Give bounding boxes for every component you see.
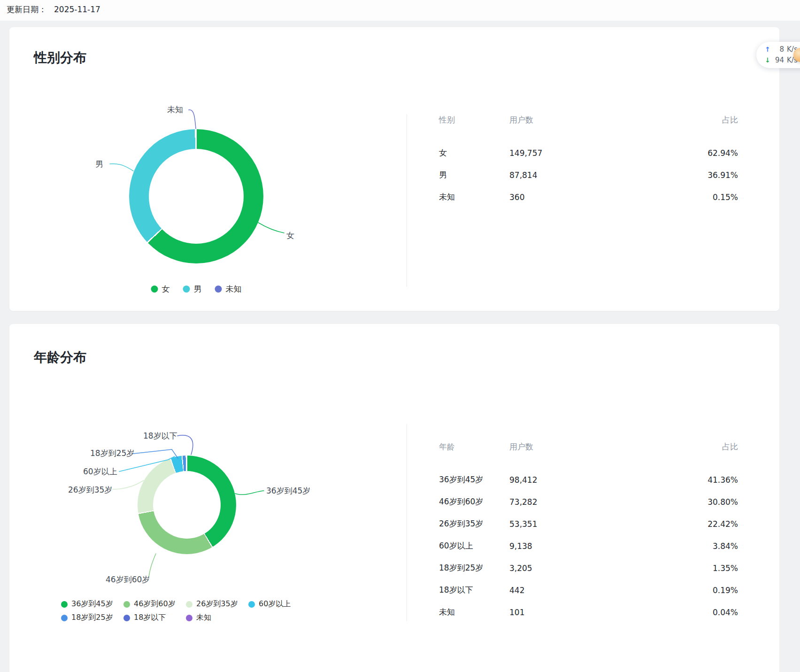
legend-dot-unknown: [215, 286, 222, 293]
row-label: 18岁到25岁: [439, 563, 509, 573]
legend-label-unknown: 未知: [226, 284, 242, 294]
age-callout-under18: 18岁以下: [143, 431, 177, 441]
age-header-share: 占比: [617, 441, 738, 452]
row-users: 149,757: [509, 148, 617, 158]
age-distribution-card: 年龄分布 18岁以下 18岁到25岁 60岁以上 26岁到35岁 36岁到45岁…: [9, 324, 779, 672]
leader-line-18to25: [133, 449, 178, 458]
gender-callout-female: 女: [286, 230, 294, 241]
gender-card-divider: [407, 114, 407, 287]
leader-line-under18: [177, 435, 193, 455]
table-row: 男 87,814 36.91%: [439, 164, 738, 186]
legend-item-over60[interactable]: 60岁以上: [248, 599, 311, 609]
row-share: 36.91%: [617, 170, 738, 180]
legend-label-18to25: 18岁到25岁: [71, 613, 113, 623]
row-users: 73,282: [509, 497, 617, 507]
table-row: 18岁到25岁 3,205 1.35%: [439, 557, 738, 579]
legend-label-26to35: 26岁到35岁: [196, 599, 238, 609]
gender-distribution-card: 性别分布 未知 男 女 女 男 未知 性别 用户数 占比 女: [9, 27, 779, 311]
legend-dot-female: [151, 286, 158, 293]
table-row: 46岁到60岁 73,282 30.80%: [439, 491, 738, 513]
legend-item-26to35[interactable]: 26岁到35岁: [186, 599, 248, 609]
age-donut-chart[interactable]: [138, 456, 236, 554]
row-share: 30.80%: [617, 497, 738, 507]
row-share: 0.04%: [617, 608, 738, 617]
row-share: 41.36%: [617, 475, 738, 485]
gender-callout-male: 男: [95, 159, 103, 170]
age-header-users: 用户数: [509, 441, 617, 452]
gender-header-share: 占比: [617, 115, 738, 125]
gender-donut-chart[interactable]: [129, 129, 263, 263]
row-share: 22.42%: [617, 519, 738, 529]
table-row: 26岁到35岁 53,351 22.42%: [439, 513, 738, 535]
row-share: 0.15%: [617, 193, 738, 202]
legend-label-male: 男: [194, 284, 202, 294]
legend-dot-male: [183, 286, 190, 293]
table-row: 女 149,757 62.94%: [439, 142, 738, 164]
row-label: 60岁以上: [439, 541, 509, 551]
age-callout-46to60: 46岁到60岁: [106, 574, 150, 585]
age-callout-26to35: 26岁到35岁: [68, 485, 112, 495]
legend-item-unknown-age[interactable]: 未知: [186, 613, 248, 623]
leader-line-male: [110, 164, 133, 171]
row-label: 未知: [439, 192, 509, 202]
update-date-row: 更新日期：2025-11-17: [7, 4, 100, 15]
gender-header-label: 性别: [439, 115, 509, 125]
leader-line-36to45: [235, 491, 264, 494]
table-row: 60岁以上 9,138 3.84%: [439, 535, 738, 557]
age-callout-36to45: 36岁到45岁: [266, 486, 310, 496]
legend-label-female: 女: [162, 284, 170, 294]
row-label: 未知: [439, 607, 509, 618]
table-row: 36岁到45岁 98,412 41.36%: [439, 469, 738, 491]
legend-item-46to60[interactable]: 46岁到60岁: [123, 599, 186, 609]
row-users: 101: [509, 608, 617, 617]
leader-line-46to60: [149, 554, 156, 577]
upload-arrow-icon: ↑: [765, 44, 773, 55]
gender-legend: 女 男 未知: [151, 284, 242, 294]
leader-line-female: [258, 223, 284, 233]
row-share: 1.35%: [617, 564, 738, 573]
legend-item-18to25[interactable]: 18岁到25岁: [61, 613, 123, 623]
legend-dot-unknown-age: [186, 615, 192, 621]
legend-dot-under18: [123, 615, 130, 621]
row-share: 0.19%: [617, 586, 738, 595]
age-header-label: 年龄: [439, 441, 509, 452]
legend-item-36to45[interactable]: 36岁到45岁: [61, 599, 123, 609]
age-card-title: 年龄分布: [34, 348, 86, 366]
legend-item-under18[interactable]: 18岁以下: [123, 613, 186, 623]
age-table: 年龄 用户数 占比 36岁到45岁 98,412 41.36% 46岁到60岁 …: [439, 440, 738, 623]
legend-label-unknown-age: 未知: [196, 613, 211, 623]
gender-header-users: 用户数: [509, 115, 617, 125]
upload-speed-row: ↑ 8 K/s: [765, 44, 798, 55]
table-row: 未知 101 0.04%: [439, 601, 738, 623]
age-table-header: 年龄 用户数 占比: [439, 440, 738, 453]
legend-dot-18to25: [61, 615, 68, 621]
update-date-label: 更新日期：: [7, 5, 46, 14]
legend-label-over60: 60岁以上: [259, 599, 291, 609]
table-row: 未知 360 0.15%: [439, 186, 738, 208]
row-label: 18岁以下: [439, 585, 509, 595]
gender-callout-unknown: 未知: [167, 104, 183, 115]
legend-label-36to45: 36岁到45岁: [71, 599, 113, 609]
row-label: 男: [439, 170, 509, 180]
network-speed-rows: ↑ 8 K/s ↓ 94 K/s: [765, 44, 798, 66]
legend-item-unknown[interactable]: 未知: [215, 284, 242, 294]
row-users: 3,205: [509, 564, 617, 573]
row-label: 26岁到35岁: [439, 518, 509, 529]
row-users: 442: [509, 586, 617, 595]
download-speed-value: 94: [773, 55, 784, 66]
legend-dot-36to45: [61, 601, 68, 608]
age-card-divider: [407, 424, 407, 621]
upload-speed-value: 8: [773, 44, 784, 55]
table-row: 18岁以下 442 0.19%: [439, 579, 738, 601]
row-share: 62.94%: [617, 148, 738, 158]
update-date-value: 2025-11-17: [54, 5, 100, 14]
legend-item-male[interactable]: 男: [183, 284, 202, 294]
row-label: 女: [439, 147, 509, 158]
download-arrow-icon: ↓: [765, 55, 773, 66]
legend-item-female[interactable]: 女: [151, 284, 170, 294]
legend-dot-46to60: [123, 601, 130, 608]
row-label: 46岁到60岁: [439, 496, 509, 507]
row-users: 53,351: [509, 519, 617, 529]
row-share: 3.84%: [617, 541, 738, 551]
legend-label-under18: 18岁以下: [134, 613, 166, 623]
